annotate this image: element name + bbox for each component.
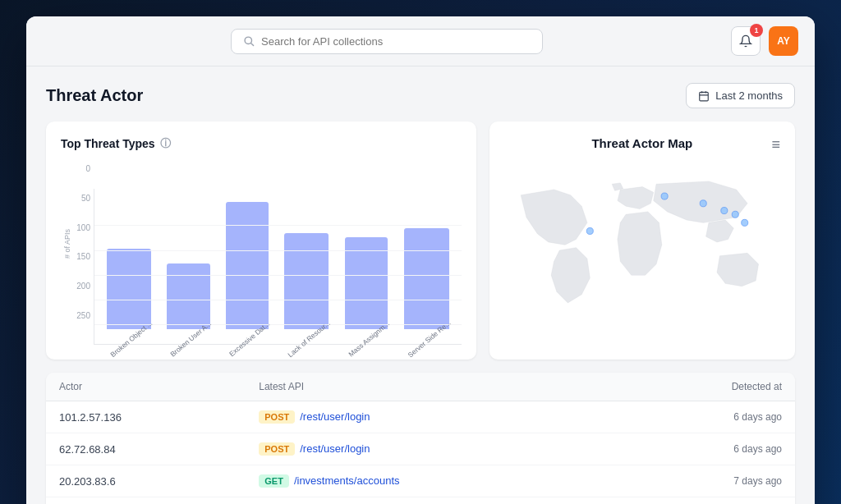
cell-actor: 62.72.68.84 bbox=[46, 433, 246, 465]
page-header: Threat Actor Last 2 months bbox=[46, 83, 795, 108]
bar-group: Broken Object ... bbox=[103, 189, 154, 344]
table-row: 20.203.83.6GET/investments/accounts7 day… bbox=[46, 465, 795, 497]
cell-actor: 20.203.21.86 bbox=[46, 497, 246, 505]
bar-group: Lack of Resour... bbox=[280, 189, 333, 344]
bar-group: Mass Assignm... bbox=[341, 189, 392, 344]
avatar[interactable]: AY bbox=[769, 26, 798, 56]
cell-api: POST/rest/user/login bbox=[246, 401, 622, 433]
svg-rect-2 bbox=[700, 92, 709, 101]
info-icon[interactable]: ⓘ bbox=[160, 136, 171, 151]
svg-point-10 bbox=[732, 211, 738, 218]
table-row: 62.72.68.84POST/rest/user/login6 days ag… bbox=[46, 433, 795, 465]
api-path[interactable]: /rest/user/login bbox=[300, 410, 370, 423]
table-row: 101.2.57.136POST/rest/user/login6 days a… bbox=[46, 401, 795, 433]
search-bar[interactable] bbox=[231, 29, 543, 54]
svg-point-11 bbox=[741, 219, 747, 226]
col-latest-api: Latest API bbox=[246, 373, 622, 401]
method-badge: POST bbox=[259, 442, 295, 456]
method-badge: GET bbox=[259, 474, 289, 488]
cell-api: POST/rest/user/login bbox=[246, 433, 622, 465]
cell-detected: 6 days ago bbox=[622, 433, 795, 465]
bar-group: Broken User A... bbox=[163, 189, 214, 344]
search-icon bbox=[243, 35, 255, 47]
api-path[interactable]: /rest/user/login bbox=[300, 442, 370, 455]
charts-row: Top Threat Types ⓘ 250 200 150 100 50 0 bbox=[46, 121, 795, 360]
app-window: 1 AY Threat Actor Last 2 months bbox=[26, 16, 815, 504]
header: 1 AY bbox=[26, 16, 815, 66]
bar-chart: 250 200 150 100 50 0 Broken Ob bbox=[61, 164, 462, 345]
search-input[interactable] bbox=[261, 35, 531, 48]
svg-line-1 bbox=[250, 43, 253, 45]
cell-detected: 7 days ago bbox=[622, 497, 795, 505]
bar bbox=[345, 237, 388, 329]
y-axis-label: # of APIs bbox=[63, 229, 71, 259]
cell-detected: 7 days ago bbox=[622, 465, 795, 497]
svg-point-7 bbox=[661, 193, 668, 199]
calendar-icon bbox=[698, 90, 710, 102]
bar bbox=[284, 233, 329, 329]
bars-area: Broken Object ...Broken User A...Excessi… bbox=[94, 189, 462, 345]
bar-group: Excessive Dat... bbox=[222, 189, 272, 344]
api-path[interactable]: /investments/accounts bbox=[294, 474, 400, 487]
map-menu-button[interactable]: ≡ bbox=[771, 136, 780, 153]
table-card: Actor Latest API Detected at 101.2.57.13… bbox=[46, 373, 795, 504]
world-map bbox=[504, 160, 780, 341]
bar bbox=[404, 228, 449, 329]
cell-api: GET/investments/accounts bbox=[246, 497, 622, 505]
header-actions: 1 AY bbox=[731, 26, 798, 56]
svg-point-9 bbox=[720, 208, 727, 214]
page-title: Threat Actor bbox=[46, 86, 143, 105]
chart-title: Top Threat Types ⓘ bbox=[61, 136, 462, 151]
col-detected-at: Detected at bbox=[622, 373, 795, 401]
page-content: Threat Actor Last 2 months Top Threat Ty… bbox=[26, 66, 815, 504]
bar-group: Server Side Re... bbox=[400, 189, 453, 344]
map-card: Threat Actor Map ≡ bbox=[489, 121, 795, 360]
cell-detected: 6 days ago bbox=[622, 401, 795, 433]
svg-point-8 bbox=[700, 200, 706, 207]
bar bbox=[107, 249, 151, 329]
notification-badge: 1 bbox=[750, 24, 763, 37]
notification-button[interactable]: 1 bbox=[731, 26, 761, 56]
svg-point-6 bbox=[586, 227, 593, 234]
col-actor: Actor bbox=[46, 373, 246, 401]
table-body: 101.2.57.136POST/rest/user/login6 days a… bbox=[46, 401, 795, 505]
date-filter-button[interactable]: Last 2 months bbox=[686, 83, 795, 108]
threat-table: Actor Latest API Detected at 101.2.57.13… bbox=[46, 373, 795, 504]
method-badge: POST bbox=[259, 410, 295, 424]
table-row: 20.203.21.86GET/investments/accounts7 da… bbox=[46, 497, 795, 505]
bell-icon bbox=[739, 34, 752, 48]
bar bbox=[167, 263, 210, 328]
date-filter-label: Last 2 months bbox=[715, 89, 783, 102]
cell-actor: 101.2.57.136 bbox=[46, 401, 246, 433]
cell-api: GET/investments/accounts bbox=[246, 465, 622, 497]
bar bbox=[226, 202, 269, 329]
table-header-row: Actor Latest API Detected at bbox=[46, 373, 795, 401]
bar-chart-card: Top Threat Types ⓘ 250 200 150 100 50 0 bbox=[46, 121, 476, 360]
map-title: Threat Actor Map bbox=[504, 136, 780, 150]
cell-actor: 20.203.83.6 bbox=[46, 465, 246, 497]
